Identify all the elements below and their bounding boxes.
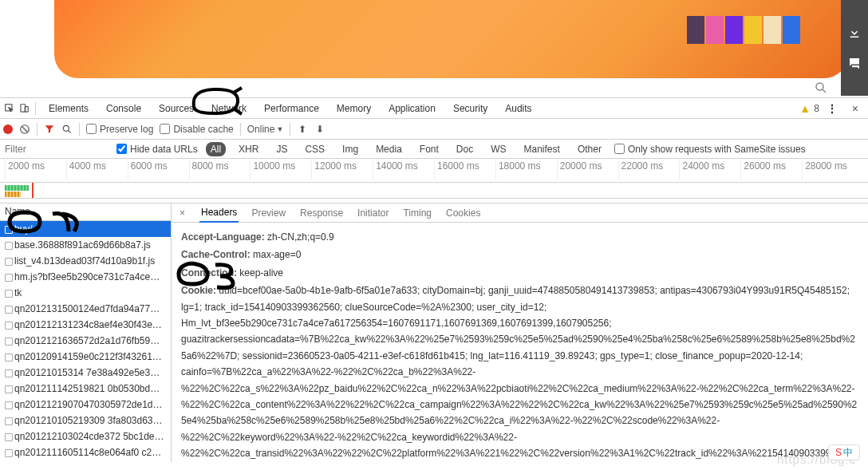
- filter-icon[interactable]: [44, 124, 55, 135]
- close-detail-icon[interactable]: ×: [176, 207, 188, 219]
- request-row[interactable]: hm.js?bf3ee5b290ce731c7a4ce7a617.: [0, 269, 171, 285]
- header-value: uuid=bcef00ae-5a0b-4b1e-9afb-6f5a01e7a63…: [181, 285, 858, 462]
- request-row[interactable]: qn201211142519821 0b0530bd48d1e..: [0, 381, 171, 397]
- request-row[interactable]: qn201212103024cde372 5bc1de5421..: [0, 429, 171, 444]
- type-js[interactable]: JS: [271, 142, 292, 156]
- detail-tab-cookies[interactable]: Cookies: [444, 204, 482, 222]
- tab-application[interactable]: Application: [381, 99, 444, 118]
- type-other[interactable]: Other: [573, 142, 606, 156]
- close-devtools-icon[interactable]: ×: [846, 102, 865, 115]
- headers-pane[interactable]: Accept-Language: zh-CN,zh;q=0.9 Cache-Co…: [172, 223, 868, 462]
- svg-point-0: [816, 83, 823, 90]
- request-row[interactable]: base.36888f891ac69d66b8a7.js: [0, 237, 171, 253]
- page-banner: [54, 0, 848, 78]
- tab-security[interactable]: Security: [445, 99, 495, 118]
- header-value: max-age=0: [253, 249, 301, 260]
- hide-dataurls-checkbox[interactable]: Hide data URLs: [116, 144, 198, 155]
- devtools-tabbar: Elements Console Sources Network Perform…: [0, 98, 868, 119]
- tab-console[interactable]: Console: [98, 99, 149, 118]
- request-row[interactable]: qn20121219070470305972de1d2294e..: [0, 397, 171, 413]
- upload-har-icon[interactable]: ⬆: [297, 124, 308, 135]
- device-icon[interactable]: [18, 102, 30, 115]
- request-row[interactable]: tk: [0, 285, 171, 301]
- tab-audits[interactable]: Audits: [497, 99, 539, 118]
- right-sidebar: [841, 0, 868, 96]
- ime-float-icon[interactable]: S中: [828, 444, 860, 460]
- type-media[interactable]: Media: [371, 142, 407, 156]
- clear-button[interactable]: [19, 124, 30, 135]
- more-icon[interactable]: ⋮: [821, 103, 844, 114]
- download-har-icon[interactable]: ⬇: [314, 124, 326, 135]
- request-row[interactable]: qn201212131234c8aef4e30f43ea06d.: [0, 317, 171, 333]
- detail-tab-headers[interactable]: Headers: [199, 203, 239, 223]
- samesite-checkbox[interactable]: Only show requests with SameSite issues: [614, 144, 806, 155]
- detail-tab-initiator[interactable]: Initiator: [356, 204, 390, 222]
- chat-icon[interactable]: [847, 56, 862, 70]
- name-column-header[interactable]: Name: [0, 203, 171, 221]
- timeline-ruler[interactable]: 2000 ms4000 ms6000 ms8000 ms10000 ms1200…: [0, 159, 868, 183]
- disable-cache-checkbox[interactable]: Disable cache: [160, 124, 233, 135]
- type-img[interactable]: Img: [337, 142, 363, 156]
- tab-network[interactable]: Network: [203, 99, 254, 118]
- record-button[interactable]: [3, 124, 13, 134]
- svg-point-5: [63, 125, 69, 131]
- throttle-select[interactable]: Online ▼: [247, 124, 284, 135]
- request-row[interactable]: qn20120914159e0c212f3f43261e7..: [0, 349, 171, 365]
- type-manifest[interactable]: Manifest: [519, 142, 565, 156]
- inspect-icon[interactable]: [3, 102, 16, 115]
- request-row[interactable]: list_v4.b13dead03f74d10a9b1f.js: [0, 253, 171, 269]
- request-row[interactable]: qn201210105219309 3fa803d6376f2f..: [0, 413, 171, 429]
- preserve-log-checkbox[interactable]: Preserve log: [86, 124, 153, 135]
- type-css[interactable]: CSS: [300, 142, 329, 156]
- tab-memory[interactable]: Memory: [329, 99, 379, 118]
- search-icon[interactable]: [61, 124, 73, 135]
- warning-count[interactable]: ▲8: [799, 102, 819, 115]
- tab-performance[interactable]: Performance: [256, 99, 327, 118]
- request-row[interactable]: qn2012131500124ed7fda94a77ce91..: [0, 301, 171, 317]
- tab-elements[interactable]: Elements: [41, 99, 97, 118]
- type-font[interactable]: Font: [415, 142, 444, 156]
- request-row[interactable]: qn2012111605114c8e064af0 c2d093..: [0, 444, 171, 460]
- download-icon[interactable]: [847, 26, 862, 40]
- detail-tab-preview[interactable]: Preview: [250, 204, 287, 222]
- tab-sources[interactable]: Sources: [151, 99, 202, 118]
- request-row[interactable]: qn2012121636572d2a1d76fb593cc8b..: [0, 333, 171, 349]
- request-row[interactable]: qn201213124515dd7271087ab10b5b..: [0, 460, 171, 462]
- detail-tab-response[interactable]: Response: [298, 204, 345, 222]
- type-xhr[interactable]: XHR: [234, 142, 263, 156]
- network-toolbar: Preserve log Disable cache Online ▼ ⬆ ⬇: [0, 119, 868, 140]
- request-row[interactable]: buy/: [0, 221, 171, 237]
- overview-strip[interactable]: [0, 183, 868, 199]
- type-ws[interactable]: WS: [486, 142, 511, 156]
- search-page-icon[interactable]: [814, 81, 828, 95]
- header-value: zh-CN,zh;q=0.9: [267, 231, 334, 243]
- request-row[interactable]: qn20121015314 7e38a492e5e39f758..: [0, 365, 171, 381]
- request-detail: × Headers Preview Response Initiator Tim…: [172, 203, 868, 462]
- detail-tab-timing[interactable]: Timing: [401, 204, 433, 222]
- header-value: keep-alive: [239, 267, 283, 278]
- type-doc[interactable]: Doc: [452, 142, 478, 156]
- type-all[interactable]: All: [206, 142, 226, 156]
- request-list: Name buy/ base.36888f891ac69d66b8a7.js l…: [0, 203, 172, 462]
- filter-input[interactable]: [5, 144, 108, 155]
- filter-bar: Hide data URLs All XHR JS CSS Img Media …: [0, 140, 868, 159]
